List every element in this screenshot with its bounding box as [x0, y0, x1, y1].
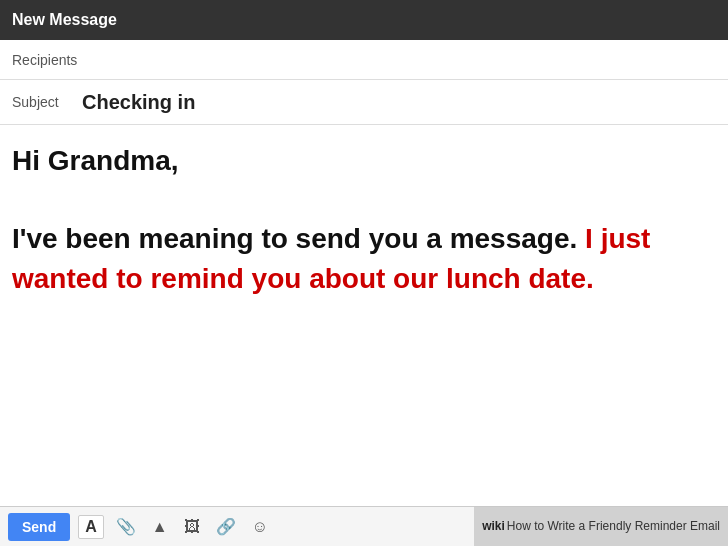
subject-value: Checking in [82, 91, 195, 114]
wiki-description: How to Write a Friendly Reminder Email [507, 519, 720, 533]
wiki-watermark: wiki How to Write a Friendly Reminder Em… [474, 506, 728, 546]
header-title: New Message [12, 11, 117, 29]
wiki-label: wiki [482, 519, 505, 533]
send-button[interactable]: Send [8, 513, 70, 541]
attach-icon[interactable]: 📎 [112, 515, 140, 538]
subject-label: Subject [12, 94, 72, 110]
body-area[interactable]: Hi Grandma, I've been meaning to send yo… [0, 125, 728, 515]
body-text-black: I've been meaning to send you a message. [12, 223, 577, 254]
emoji-icon[interactable]: ☺ [248, 516, 272, 538]
body-greeting: Hi Grandma, [12, 141, 716, 180]
body-text: Hi Grandma, I've been meaning to send yo… [12, 141, 716, 298]
font-button[interactable]: A [78, 515, 104, 539]
subject-row[interactable]: Subject Checking in [0, 80, 728, 125]
header-bar: New Message [0, 0, 728, 40]
recipients-label: Recipients [12, 52, 77, 68]
drive-icon[interactable]: ▲ [148, 516, 172, 538]
toolbar-bottom: Send A 📎 ▲ 🖼 🔗 ☺ wiki How to Write a Fri… [0, 506, 728, 546]
recipients-row[interactable]: Recipients [0, 40, 728, 80]
link-icon[interactable]: 🔗 [212, 515, 240, 538]
photo-icon[interactable]: 🖼 [180, 516, 204, 538]
body-content: I've been meaning to send you a message.… [12, 219, 716, 297]
